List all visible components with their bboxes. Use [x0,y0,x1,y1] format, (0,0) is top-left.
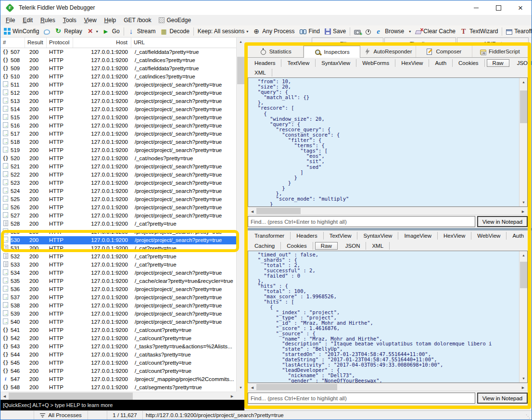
menu-item-get-book[interactable]: GET /book [120,16,155,25]
session-row-535[interactable]: 535200HTTP127.0.0.1:9200/_cache/clear?pr… [0,277,236,285]
session-row-528[interactable]: 528200HTTP127.0.0.1:9200/_cat?pretty=tru… [0,220,236,228]
response-raw-view[interactable]: "timed_out" : false, "_shards" : { "tota… [248,251,528,383]
toolbar-clear-cache[interactable]: Clear Cache [413,26,458,37]
session-row-534[interactable]: 534200HTTP127.0.0.1:9200/project/project… [0,269,236,277]
req-subtab-hexview[interactable]: HexView [395,59,429,67]
resize-grip-icon[interactable]: ⋱ [526,414,531,419]
session-row-531[interactable]: 531200HTTP127.0.0.1:9200/_cat?pretty=tru… [0,244,236,253]
session-row-542[interactable]: 542200HTTP127.0.0.1:9200/_cat/count?pret… [0,334,236,343]
session-row-526[interactable]: 526200HTTP127.0.0.1:9200/project/project… [0,204,236,212]
request-find-input[interactable] [248,216,475,227]
session-row-533[interactable]: 533200HTTP127.0.0.1:9200/_cat?pretty=tru… [0,261,236,269]
toolbar-stream[interactable]: Stream [126,26,158,37]
session-row-511[interactable]: 511200HTTP127.0.0.1:9200/project/project… [0,81,236,89]
toolbar-winconfig[interactable]: WinConfig [1,26,41,37]
column-header-[interactable]: # [0,38,25,48]
toolbar-any-process[interactable]: Any Process [251,26,297,37]
resp-subtab-json[interactable]: JSON [340,242,367,250]
column-header-result[interactable]: Result [25,38,47,48]
scroll-down-icon[interactable]: ▼ [237,383,245,392]
menu-item-rules[interactable]: Rules [37,16,59,25]
scroll-thumb[interactable] [520,90,527,123]
resp-subtab-caching[interactable]: Caching [249,242,281,250]
toolbar-comment[interactable] [41,26,52,37]
column-header-host[interactable]: Host [73,38,131,48]
scroll-down-icon[interactable]: ▼ [519,374,528,382]
session-row-518[interactable]: 518200HTTP127.0.0.1:9200/project/project… [0,138,236,146]
scroll-thumb[interactable] [520,262,527,288]
menu-item-geoedge[interactable]: GeoEdge [155,16,195,25]
resp-subtab-hexview[interactable]: HexView [438,232,471,240]
session-row-519[interactable]: 519200HTTP127.0.0.1:9200/project/project… [0,146,236,154]
scroll-thumb[interactable] [256,384,337,390]
session-row-539[interactable]: 539200HTTP127.0.0.1:9200/project/project… [0,310,236,318]
session-row-547[interactable]: 547200HTTP127.0.0.1:9200/project/_mappin… [0,375,236,383]
toolbar-keep-all-sessions[interactable]: Keep: All sessions▾ [195,26,251,37]
req-subtab-headers[interactable]: Headers [249,59,281,67]
maximize-icon[interactable] [487,0,509,15]
scroll-up-icon[interactable]: ▲ [237,38,245,46]
scroll-thumb[interactable] [9,393,133,400]
toolbar-tearoff[interactable]: Tearoff [504,26,532,37]
request-raw-view[interactable]: "from": 10, "size": 20, "query": { "matc… [248,77,528,207]
toolbar-dropdown[interactable]: ▾ [406,26,413,37]
session-row-525[interactable]: 525200HTTP127.0.0.1:9200/project/project… [0,195,236,204]
toolbar-go[interactable]: Go [101,26,122,37]
session-row-510[interactable]: 510200HTTP127.0.0.1:9200/_cat/indices?pr… [0,73,236,81]
scroll-thumb[interactable] [256,208,301,214]
capture-indicator-cell[interactable] [0,411,34,420]
column-header-url[interactable]: URL [131,38,236,48]
resp-subtab-imageview[interactable]: ImageView [398,232,438,240]
req-subtab-raw[interactable]: Raw [487,59,509,67]
session-row-516[interactable]: 516200HTTP127.0.0.1:9200/project/project… [0,122,236,130]
request-horizontal-scrollbar[interactable]: ◀ ▶ [248,207,528,215]
session-row-527[interactable]: 527200HTTP127.0.0.1:9200/project/project… [0,212,236,220]
session-row-514[interactable]: 514200HTTP127.0.0.1:9200/project/project… [0,105,236,114]
session-row-538[interactable]: 538200HTTP127.0.0.1:9200/project/project… [0,302,236,310]
tab-inspectors[interactable]: Inspectors [304,46,360,58]
tab-apitest-partial[interactable]: APITest [457,38,529,45]
req-subtab-xml[interactable]: XML [249,69,272,76]
toolbar-browse[interactable]: Browse [373,26,406,37]
session-row-513[interactable]: 513200HTTP127.0.0.1:9200/project/project… [0,97,236,105]
session-row-529[interactable]: 529200HTTP127.0.0.1:9200/project/project… [0,228,236,236]
toolbar-delete-x[interactable]: ▾ [85,26,101,37]
session-row-522[interactable]: 522200HTTP127.0.0.1:9200/project/project… [0,171,236,179]
close-icon[interactable] [509,0,532,15]
session-row-507[interactable]: 507200HTTP127.0.0.1:9200/_cat/fielddata?… [0,48,236,56]
session-row-537[interactable]: 537200HTTP127.0.0.1:9200/project/project… [0,293,236,302]
response-horizontal-scrollbar[interactable]: ◀ ▶ [248,383,528,391]
response-find-input[interactable] [248,393,475,404]
menu-item-view[interactable]: View [80,16,101,25]
toolbar-find[interactable]: Find [297,26,322,37]
resp-subtab-syntaxview[interactable]: SyntaxView [357,232,398,240]
tab-composer[interactable]: Composer [416,46,472,57]
session-row-540[interactable]: 540200HTTP127.0.0.1:9200/project/project… [0,318,236,326]
process-filter[interactable]: All Processes [34,411,88,420]
resp-subtab-cookies[interactable]: Cookies [281,242,313,250]
session-list-vertical-scrollbar[interactable]: ▲ ▼ [236,38,244,392]
session-row-546[interactable]: 546200HTTP127.0.0.1:9200/_cat/count?pret… [0,367,236,375]
menu-item-tools[interactable]: Tools [59,16,80,25]
req-subtab-json[interactable]: JSON [511,59,532,67]
toolbar-save[interactable]: Save [322,26,348,37]
scroll-left-icon[interactable]: ◀ [248,207,256,216]
session-row-532[interactable]: 532200HTTP127.0.0.1:9200/_cat?pretty=tru… [0,253,236,261]
scroll-thumb[interactable] [237,57,244,84]
resp-subtab-raw[interactable]: Raw [315,242,338,250]
scroll-left-icon[interactable]: ◀ [0,392,9,400]
resp-subtab-textview[interactable]: TextView [324,232,358,240]
session-row-544[interactable]: 544200HTTP127.0.0.1:9200/_cat/tasks?pret… [0,351,236,359]
quickexec-bar[interactable]: [QuickExec] ALT+Q > type HELP to learn m… [0,400,244,410]
resp-subtab-xml[interactable]: XML [366,242,390,250]
toolbar-timer[interactable] [363,26,373,37]
tab-fiddlerscript[interactable]: FiddlerScript [472,46,528,57]
menu-item-edit[interactable]: Edit [19,16,37,25]
scroll-right-icon[interactable]: ▶ [519,383,527,392]
session-row-508[interactable]: 508200HTTP127.0.0.1:9200/_cat/indices?pr… [0,56,236,64]
tab-autoresponder[interactable]: AutoResponder [360,46,416,57]
toolbar-decode[interactable]: Decode [158,26,191,37]
response-vertical-scrollbar[interactable]: ▲ ▼ [519,251,527,382]
toolbar-camera[interactable] [352,26,363,37]
session-row-545[interactable]: 545200HTTP127.0.0.1:9200/_cat/count?pret… [0,359,236,367]
